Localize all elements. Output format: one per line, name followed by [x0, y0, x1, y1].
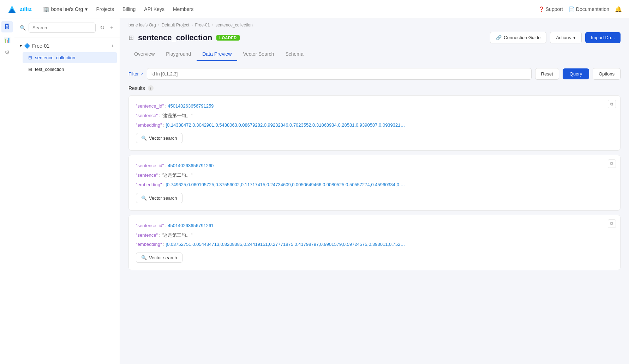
notification-icon[interactable]: 🔔: [615, 6, 622, 12]
breadcrumb: bone lee's Org › Default Project › Free-…: [120, 18, 629, 28]
strip-icon-db[interactable]: 🗄: [1, 21, 13, 32]
connection-guide-button[interactable]: 🔗 Connection Guide: [490, 32, 546, 43]
vector-search-button-1[interactable]: 🔍 Vector search: [136, 133, 182, 143]
embedding-value-2: [0.749625,0.060195725,0.37556002,0.11717…: [166, 182, 405, 187]
tab-data-preview[interactable]: Data Preview: [197, 48, 237, 61]
tab-schema[interactable]: Schema: [280, 48, 309, 61]
breadcrumb-project[interactable]: Default Project: [162, 23, 190, 28]
breadcrumb-cluster[interactable]: Free-01: [195, 23, 210, 28]
sidebar-add-button[interactable]: +: [109, 23, 115, 32]
results-info-icon[interactable]: i: [148, 85, 154, 91]
collection-label-sentence: sentence_collection: [35, 55, 75, 60]
tab-overview[interactable]: Overview: [128, 48, 160, 61]
nav-billing[interactable]: Billing: [122, 6, 136, 12]
org-name: bone lee's Org: [51, 6, 83, 12]
main-layout: 🗄 📊 ⚙ 🔍 ↻ + ▾ 🔷 Free-01 + ⊞ sentence_col…: [0, 18, 629, 364]
filter-external-icon: ↗: [140, 72, 143, 76]
cluster-add-icon[interactable]: +: [111, 43, 114, 49]
nav-projects[interactable]: Projects: [96, 6, 114, 12]
collection-label-test: test_collection: [35, 67, 64, 72]
support-icon: ❓: [538, 6, 544, 12]
page-title: sentence_collection: [138, 33, 212, 42]
copy-button-1[interactable]: ⧉: [608, 100, 616, 108]
embedding-value-3: [0.03752751,0.054434713,0.8208385,0.2441…: [166, 242, 405, 247]
sidebar-collection-sentence[interactable]: ⊞ sentence_collection: [23, 52, 117, 63]
sidebar-cluster-item[interactable]: ▾ 🔷 Free-01 +: [14, 40, 120, 51]
vector-search-icon-2: 🔍: [141, 195, 147, 201]
nav-members[interactable]: Members: [173, 6, 193, 12]
sidebar-collection-test[interactable]: ⊞ test_collection: [23, 64, 117, 75]
top-nav: zilliz 🏢 bone lee's Org ▾ Projects Billi…: [0, 0, 629, 18]
collection-icon-sentence: ⊞: [28, 55, 32, 60]
main-panel: Filter ↗ Reset Query Options Results i ⧉: [120, 61, 629, 364]
breadcrumb-sep-1: ›: [158, 23, 160, 28]
vector-search-icon-1: 🔍: [141, 135, 147, 141]
page-header: ⊞ sentence_collection LOADED 🔗 Connectio…: [120, 28, 629, 43]
support-link[interactable]: ❓ Support: [538, 6, 563, 12]
filter-bar: Filter ↗ Reset Query Options: [128, 68, 621, 80]
field-embedding-3: "embedding" : [0.03752751,0.054434713,0.…: [136, 241, 613, 248]
logo-text: zilliz: [20, 6, 32, 12]
breadcrumb-collection: sentence_collection: [215, 23, 252, 28]
field-sentence-id-2: "sentence_id" : 450140263656791260: [136, 162, 613, 170]
nav-links: Projects Billing API Keys Members: [96, 6, 193, 12]
vector-search-button-2[interactable]: 🔍 Vector search: [136, 193, 182, 203]
strip-icon-settings[interactable]: ⚙: [1, 47, 13, 58]
copy-button-3[interactable]: ⧉: [608, 219, 616, 228]
vector-search-icon-3: 🔍: [141, 255, 147, 260]
actions-button[interactable]: Actions ▾: [550, 32, 582, 43]
sidebar-collections: ⊞ sentence_collection ⊞ test_collection: [20, 52, 120, 75]
docs-link[interactable]: 📄 Documentation: [569, 6, 609, 12]
sidebar-refresh-button[interactable]: ↻: [98, 23, 106, 32]
content-area: bone lee's Org › Default Project › Free-…: [120, 18, 629, 364]
options-button[interactable]: Options: [593, 68, 621, 80]
field-sentence-id-3: "sentence_id" : 450140263656791261: [136, 222, 613, 230]
sidebar-strip: 🗄 📊 ⚙: [0, 18, 14, 364]
field-sentence-3: "sentence" : "这是第三句。": [136, 232, 613, 239]
results-list: ⧉ "sentence_id" : 450140263656791259 "se…: [128, 95, 621, 270]
embedding-value-1: [0.14338472,0.3042981,0.5438063,0.086792…: [166, 122, 405, 128]
collection-icon-test: ⊞: [28, 67, 32, 72]
copy-button-2[interactable]: ⧉: [608, 159, 616, 168]
cluster-label: Free-01: [32, 43, 49, 49]
tab-playground[interactable]: Playground: [160, 48, 197, 61]
tab-vector-search[interactable]: Vector Search: [237, 48, 280, 61]
result-card-1: ⧉ "sentence_id" : 450140263656791259 "se…: [128, 95, 621, 151]
sidebar-search-icon: 🔍: [20, 25, 26, 31]
sentence-id-value-1: 450140263656791259: [168, 103, 214, 109]
header-actions: 🔗 Connection Guide Actions ▾ Import Da..…: [490, 32, 621, 43]
breadcrumb-sep-3: ›: [212, 23, 213, 28]
result-card-2: ⧉ "sentence_id" : 450140263656791260 "se…: [128, 155, 621, 210]
field-sentence-1: "sentence" : "这是第一句。": [136, 112, 613, 120]
breadcrumb-org[interactable]: bone lee's Org: [128, 23, 156, 28]
breadcrumb-sep-2: ›: [191, 23, 193, 28]
results-label: Results: [128, 85, 145, 91]
status-badge: LOADED: [216, 35, 239, 41]
reset-button[interactable]: Reset: [535, 68, 559, 80]
sidebar-search-bar: 🔍 ↻ +: [14, 18, 120, 37]
docs-icon: 📄: [569, 6, 575, 12]
collection-table-icon: ⊞: [128, 34, 134, 42]
zilliz-logo-icon: [7, 4, 17, 14]
field-sentence-id-1: "sentence_id" : 450140263656791259: [136, 103, 613, 110]
sentence-id-value-3: 450140263656791261: [168, 223, 214, 228]
sidebar-search-input[interactable]: [29, 23, 96, 33]
filter-link[interactable]: Filter ↗: [128, 71, 143, 77]
import-data-button[interactable]: Import Da...: [585, 32, 621, 43]
filter-input[interactable]: [147, 68, 532, 80]
results-header: Results i: [128, 85, 621, 91]
cluster-collapse-icon: ▾: [20, 43, 22, 48]
strip-icon-monitor[interactable]: 📊: [1, 34, 13, 45]
field-embedding-1: "embedding" : [0.14338472,0.3042981,0.54…: [136, 122, 613, 129]
field-embedding-2: "embedding" : [0.749625,0.060195725,0.37…: [136, 181, 613, 189]
logo: zilliz: [7, 4, 32, 14]
query-button[interactable]: Query: [563, 68, 589, 79]
sidebar: 🔍 ↻ + ▾ 🔷 Free-01 + ⊞ sentence_collectio…: [14, 18, 120, 364]
nav-right: ❓ Support 📄 Documentation 🔔: [538, 6, 622, 12]
sidebar-tree: ▾ 🔷 Free-01 + ⊞ sentence_collection ⊞ te…: [14, 37, 120, 78]
connection-guide-icon: 🔗: [496, 35, 502, 40]
cluster-icon: 🔷: [24, 43, 30, 49]
org-selector[interactable]: 🏢 bone lee's Org ▾: [43, 6, 88, 12]
nav-api-keys[interactable]: API Keys: [144, 6, 164, 12]
vector-search-button-3[interactable]: 🔍 Vector search: [136, 253, 182, 263]
